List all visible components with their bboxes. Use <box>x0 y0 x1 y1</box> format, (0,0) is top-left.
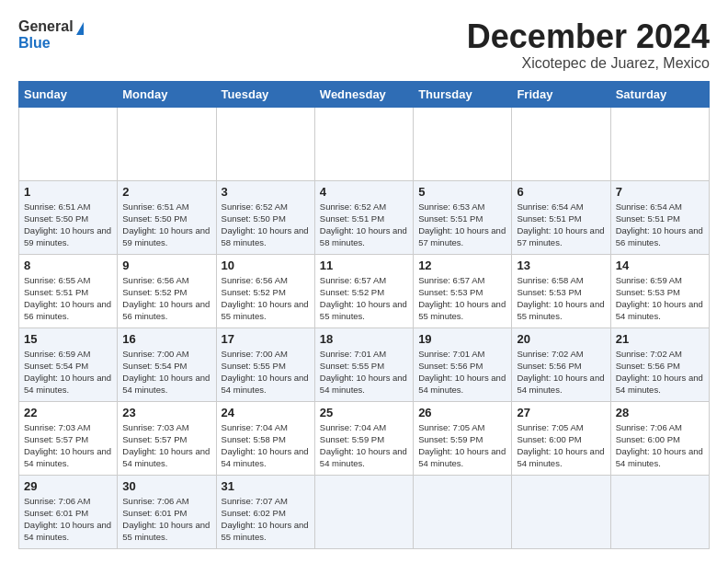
day-info: Sunrise: 7:04 AM Sunset: 5:58 PM Dayligh… <box>222 421 310 470</box>
day-number: 25 <box>320 406 408 419</box>
table-row <box>19 107 118 180</box>
day-number: 4 <box>320 185 408 199</box>
cell-content: 8Sunrise: 6:55 AM Sunset: 5:51 PM Daylig… <box>24 259 112 323</box>
col-saturday: Saturday <box>610 81 709 107</box>
day-number: 20 <box>517 332 605 346</box>
day-number: 6 <box>517 185 605 199</box>
day-info: Sunrise: 7:03 AM Sunset: 5:57 PM Dayligh… <box>122 421 210 470</box>
cell-content: 30Sunrise: 7:06 AM Sunset: 6:01 PM Dayli… <box>122 479 210 544</box>
day-info: Sunrise: 6:51 AM Sunset: 5:50 PM Dayligh… <box>122 201 210 249</box>
col-thursday: Thursday <box>414 81 512 107</box>
table-row: 2Sunrise: 6:51 AM Sunset: 5:50 PM Daylig… <box>118 180 216 254</box>
table-row: 31Sunrise: 7:07 AM Sunset: 6:02 PM Dayli… <box>216 475 314 548</box>
day-number: 14 <box>616 259 704 272</box>
day-number: 28 <box>616 406 704 419</box>
day-info: Sunrise: 6:52 AM Sunset: 5:51 PM Dayligh… <box>320 201 408 249</box>
day-info: Sunrise: 7:02 AM Sunset: 5:56 PM Dayligh… <box>616 348 704 396</box>
day-info: Sunrise: 6:59 AM Sunset: 5:53 PM Dayligh… <box>616 274 704 323</box>
table-row: 6Sunrise: 6:54 AM Sunset: 5:51 PM Daylig… <box>512 180 610 254</box>
day-info: Sunrise: 6:54 AM Sunset: 5:51 PM Dayligh… <box>517 201 605 249</box>
calendar-week-row: 15Sunrise: 6:59 AM Sunset: 5:54 PM Dayli… <box>19 327 710 401</box>
day-info: Sunrise: 6:59 AM Sunset: 5:54 PM Dayligh… <box>24 348 112 396</box>
table-row <box>512 475 610 548</box>
day-info: Sunrise: 7:01 AM Sunset: 5:56 PM Dayligh… <box>418 348 506 396</box>
day-number: 18 <box>320 332 408 346</box>
table-row: 10Sunrise: 6:56 AM Sunset: 5:52 PM Dayli… <box>216 254 314 327</box>
cell-content: 9Sunrise: 6:56 AM Sunset: 5:52 PM Daylig… <box>122 259 210 323</box>
table-row: 1Sunrise: 6:51 AM Sunset: 5:50 PM Daylig… <box>19 180 118 254</box>
day-info: Sunrise: 6:56 AM Sunset: 5:52 PM Dayligh… <box>222 274 310 323</box>
table-row: 29Sunrise: 7:06 AM Sunset: 6:01 PM Dayli… <box>19 475 118 548</box>
table-row: 17Sunrise: 7:00 AM Sunset: 5:55 PM Dayli… <box>216 327 314 401</box>
day-number: 2 <box>122 185 210 199</box>
table-row: 20Sunrise: 7:02 AM Sunset: 5:56 PM Dayli… <box>512 327 610 401</box>
table-row: 30Sunrise: 7:06 AM Sunset: 6:01 PM Dayli… <box>118 475 216 548</box>
day-info: Sunrise: 7:02 AM Sunset: 5:56 PM Dayligh… <box>517 348 605 396</box>
col-wednesday: Wednesday <box>314 81 413 107</box>
table-row: 28Sunrise: 7:06 AM Sunset: 6:00 PM Dayli… <box>610 401 709 475</box>
day-info: Sunrise: 6:52 AM Sunset: 5:50 PM Dayligh… <box>222 201 310 249</box>
table-row: 4Sunrise: 6:52 AM Sunset: 5:51 PM Daylig… <box>314 180 413 254</box>
day-number: 26 <box>418 406 506 419</box>
logo: General Blue <box>18 18 84 51</box>
table-row: 18Sunrise: 7:01 AM Sunset: 5:55 PM Dayli… <box>314 327 413 401</box>
calendar-week-row: 29Sunrise: 7:06 AM Sunset: 6:01 PM Dayli… <box>19 475 710 548</box>
cell-content: 1Sunrise: 6:51 AM Sunset: 5:50 PM Daylig… <box>24 185 112 249</box>
col-friday: Friday <box>512 81 610 107</box>
cell-content: 15Sunrise: 6:59 AM Sunset: 5:54 PM Dayli… <box>24 332 112 396</box>
cell-content: 18Sunrise: 7:01 AM Sunset: 5:55 PM Dayli… <box>320 332 408 396</box>
cell-content: 27Sunrise: 7:05 AM Sunset: 6:00 PM Dayli… <box>517 406 605 470</box>
day-number: 5 <box>418 185 506 199</box>
cell-content: 29Sunrise: 7:06 AM Sunset: 6:01 PM Dayli… <box>24 479 112 544</box>
cell-content: 23Sunrise: 7:03 AM Sunset: 5:57 PM Dayli… <box>122 406 210 470</box>
day-info: Sunrise: 6:53 AM Sunset: 5:51 PM Dayligh… <box>418 201 506 249</box>
day-number: 15 <box>24 332 112 346</box>
col-sunday: Sunday <box>19 81 118 107</box>
day-number: 7 <box>616 185 704 199</box>
cell-content: 10Sunrise: 6:56 AM Sunset: 5:52 PM Dayli… <box>222 259 310 323</box>
day-info: Sunrise: 7:00 AM Sunset: 5:54 PM Dayligh… <box>122 348 210 396</box>
day-info: Sunrise: 7:00 AM Sunset: 5:55 PM Dayligh… <box>222 348 310 396</box>
day-info: Sunrise: 6:58 AM Sunset: 5:53 PM Dayligh… <box>517 274 605 323</box>
day-info: Sunrise: 7:06 AM Sunset: 6:01 PM Dayligh… <box>24 495 112 544</box>
day-number: 29 <box>24 479 112 493</box>
day-number: 13 <box>517 259 605 272</box>
day-number: 31 <box>222 479 310 493</box>
day-number: 27 <box>517 406 605 419</box>
table-row: 11Sunrise: 6:57 AM Sunset: 5:52 PM Dayli… <box>314 254 413 327</box>
day-number: 1 <box>24 185 112 199</box>
table-row: 3Sunrise: 6:52 AM Sunset: 5:50 PM Daylig… <box>216 180 314 254</box>
day-info: Sunrise: 6:56 AM Sunset: 5:52 PM Dayligh… <box>122 274 210 323</box>
day-number: 30 <box>122 479 210 493</box>
cell-content: 28Sunrise: 7:06 AM Sunset: 6:00 PM Dayli… <box>616 406 704 470</box>
cell-content: 22Sunrise: 7:03 AM Sunset: 5:57 PM Dayli… <box>24 406 112 470</box>
table-row <box>610 107 709 180</box>
cell-content: 19Sunrise: 7:01 AM Sunset: 5:56 PM Dayli… <box>418 332 506 396</box>
day-number: 16 <box>122 332 210 346</box>
day-number: 3 <box>222 185 310 199</box>
table-row: 12Sunrise: 6:57 AM Sunset: 5:53 PM Dayli… <box>414 254 512 327</box>
header: General Blue December 2024 Xicotepec de … <box>18 18 710 72</box>
cell-content: 24Sunrise: 7:04 AM Sunset: 5:58 PM Dayli… <box>222 406 310 470</box>
table-row: 16Sunrise: 7:00 AM Sunset: 5:54 PM Dayli… <box>118 327 216 401</box>
table-row: 9Sunrise: 6:56 AM Sunset: 5:52 PM Daylig… <box>118 254 216 327</box>
table-row: 26Sunrise: 7:05 AM Sunset: 5:59 PM Dayli… <box>414 401 512 475</box>
day-number: 12 <box>418 259 506 272</box>
calendar-title: December 2024 <box>467 18 710 55</box>
cell-content: 20Sunrise: 7:02 AM Sunset: 5:56 PM Dayli… <box>517 332 605 396</box>
cell-content: 13Sunrise: 6:58 AM Sunset: 5:53 PM Dayli… <box>517 259 605 323</box>
day-number: 21 <box>616 332 704 346</box>
cell-content: 2Sunrise: 6:51 AM Sunset: 5:50 PM Daylig… <box>122 185 210 249</box>
cell-content: 26Sunrise: 7:05 AM Sunset: 5:59 PM Dayli… <box>418 406 506 470</box>
day-number: 9 <box>122 259 210 272</box>
calendar-week-row: 1Sunrise: 6:51 AM Sunset: 5:50 PM Daylig… <box>19 180 710 254</box>
table-row: 19Sunrise: 7:01 AM Sunset: 5:56 PM Dayli… <box>414 327 512 401</box>
cell-content: 3Sunrise: 6:52 AM Sunset: 5:50 PM Daylig… <box>222 185 310 249</box>
day-number: 10 <box>222 259 310 272</box>
day-info: Sunrise: 6:57 AM Sunset: 5:53 PM Dayligh… <box>418 274 506 323</box>
table-row: 24Sunrise: 7:04 AM Sunset: 5:58 PM Dayli… <box>216 401 314 475</box>
day-info: Sunrise: 6:55 AM Sunset: 5:51 PM Dayligh… <box>24 274 112 323</box>
cell-content: 11Sunrise: 6:57 AM Sunset: 5:52 PM Dayli… <box>320 259 408 323</box>
day-info: Sunrise: 6:57 AM Sunset: 5:52 PM Dayligh… <box>320 274 408 323</box>
calendar-week-row: 8Sunrise: 6:55 AM Sunset: 5:51 PM Daylig… <box>19 254 710 327</box>
